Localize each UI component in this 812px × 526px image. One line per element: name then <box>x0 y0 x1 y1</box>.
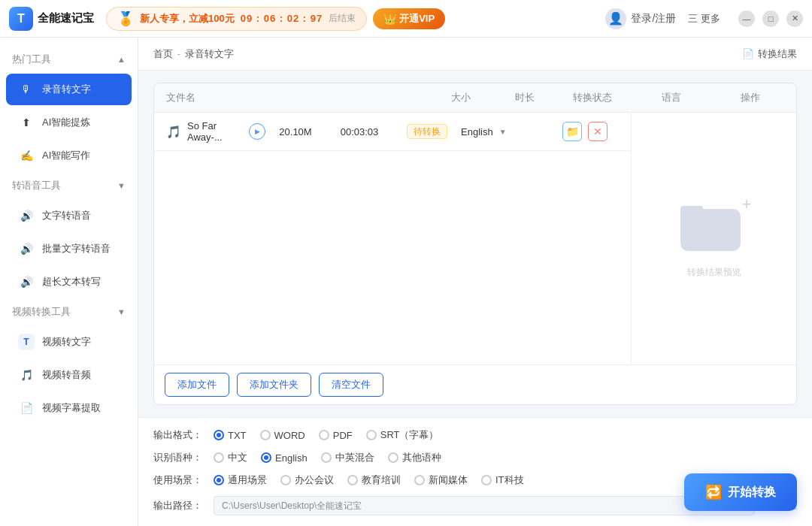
sidebar-item-video-subtitle[interactable]: 📄 视频字幕提取 <box>6 392 132 424</box>
vip-button[interactable]: 👑 开通VIP <box>373 8 445 29</box>
file-duration: 00:03:03 <box>326 126 393 138</box>
speech-tools-label: 转语音工具 <box>12 179 61 192</box>
sidebar: 热门工具 ▲ 🎙 录音转文字 ⬆ AI智能提炼 ✍ AI智能写作 转语音工具 ▼… <box>0 38 138 526</box>
add-file-button[interactable]: 添加文件 <box>165 373 229 397</box>
plus-icon: + <box>742 195 752 214</box>
result-label: 转换结果 <box>758 47 797 61</box>
preview-empty-text: 转换结果预览 <box>687 266 741 279</box>
format-pdf[interactable]: PDF <box>319 430 353 441</box>
sidebar-item-label: 录音转文字 <box>42 83 91 96</box>
language-value: English <box>461 126 493 138</box>
chevron-down-icon2: ▼ <box>117 307 126 316</box>
result-button[interactable]: 📄 转换结果 <box>742 47 797 61</box>
action-buttons: 📁 ✕ <box>551 122 619 141</box>
format-srt[interactable]: SRT（字幕） <box>366 428 439 442</box>
file-icon: 📄 <box>742 48 754 59</box>
file-list: 🎵 So Far Away-... ▶ 20.10M 00:03:03 待转换 <box>154 113 631 364</box>
hot-tools-label: 热门工具 <box>12 53 51 66</box>
sidebar-item-label: 超长文本转写 <box>42 275 101 289</box>
breadcrumb-home[interactable]: 首页 <box>153 48 173 59</box>
lang-english-label: English <box>275 452 308 464</box>
breadcrumb-current: 录音转文字 <box>185 48 234 59</box>
clear-files-button[interactable]: 清空文件 <box>319 373 383 397</box>
sidebar-item-long-text[interactable]: 🔊 超长文本转写 <box>6 266 132 298</box>
col-duration: 时长 <box>491 91 559 104</box>
sidebar-section-speech-tools[interactable]: 转语音工具 ▼ <box>0 173 138 198</box>
text-speech-icon: 🔊 <box>18 207 35 224</box>
start-convert-button[interactable]: 🔁 开始转换 <box>684 473 797 511</box>
scene-news[interactable]: 新闻媒体 <box>414 473 468 487</box>
lang-chinese[interactable]: 中文 <box>214 451 247 464</box>
window-controls: — □ ✕ <box>738 11 803 27</box>
app-name: 全能速记宝 <box>38 11 94 26</box>
lang-english[interactable]: English <box>261 452 308 464</box>
sidebar-item-label: 批量文字转语音 <box>42 242 111 255</box>
sidebar-section-video-tools[interactable]: 视频转换工具 ▼ <box>0 299 138 325</box>
format-label: 输出格式： <box>153 428 208 442</box>
sidebar-item-ai-refine[interactable]: ⬆ AI智能提炼 <box>6 107 132 138</box>
language-radio-group: 中文 English 中英混合 其他语种 <box>214 451 797 464</box>
play-button[interactable]: ▶ <box>249 123 265 140</box>
sidebar-item-label: 视频字幕提取 <box>42 401 101 415</box>
path-input[interactable] <box>214 496 755 515</box>
scene-it[interactable]: IT科技 <box>481 473 524 487</box>
folder-action-button[interactable]: 📁 <box>562 122 582 141</box>
col-status: 转换状态 <box>559 91 626 104</box>
file-area: 🎵 So Far Away-... ▶ 20.10M 00:03:03 待转换 <box>154 113 796 364</box>
titlebar: T 全能速记宝 🏅 新人专享，立减100元 09 : 06 : 02 : 97 … <box>0 0 812 38</box>
promo-banner[interactable]: 🏅 新人专享，立减100元 09 : 06 : 02 : 97 后结束 <box>106 7 367 31</box>
radio-txt-circle <box>214 430 224 440</box>
scene-office-label: 办公会议 <box>295 473 334 487</box>
video-tools-label: 视频转换工具 <box>12 305 71 319</box>
scene-it-label: IT科技 <box>495 473 524 487</box>
radio-word-circle <box>260 430 271 440</box>
lang-label: 识别语种： <box>153 451 208 464</box>
sidebar-item-label: AI智能写作 <box>42 149 90 162</box>
sidebar-section-hot-tools[interactable]: 热门工具 ▲ <box>0 47 138 72</box>
delete-action-button[interactable]: ✕ <box>588 122 607 141</box>
promo-icon: 🏅 <box>117 11 134 27</box>
start-icon: 🔁 <box>705 484 722 500</box>
sidebar-item-batch-text-speech[interactable]: 🔊 批量文字转语音 <box>6 233 132 265</box>
sidebar-item-recording-to-text[interactable]: 🎙 录音转文字 <box>6 74 132 105</box>
radio-news-circle <box>414 475 425 485</box>
scene-education[interactable]: 教育培训 <box>347 473 401 487</box>
format-radio-group: TXT WORD PDF SRT（字幕） <box>214 428 797 442</box>
file-table-header: 文件名 大小 时长 转换状态 语言 操作 <box>154 83 796 113</box>
lang-other[interactable]: 其他语种 <box>388 451 441 464</box>
sidebar-item-video-to-text[interactable]: T 视频转文字 <box>6 326 132 358</box>
col-action: 操作 <box>717 91 784 104</box>
sidebar-item-ai-writing[interactable]: ✍ AI智能写作 <box>6 140 132 171</box>
user-area[interactable]: 👤 登录/注册 <box>605 8 676 29</box>
long-text-icon: 🔊 <box>18 274 35 290</box>
format-row: 输出格式： TXT WORD PDF <box>153 428 797 442</box>
path-label: 输出路径： <box>153 499 208 512</box>
format-pdf-label: PDF <box>333 430 353 441</box>
chevron-up-icon: ▲ <box>117 55 126 64</box>
scene-general[interactable]: 通用场景 <box>214 473 267 487</box>
user-avatar: 👤 <box>605 8 626 29</box>
table-row: 🎵 So Far Away-... ▶ 20.10M 00:03:03 待转换 <box>154 113 631 151</box>
ai-refine-icon: ⬆ <box>18 114 35 131</box>
sidebar-item-text-to-speech[interactable]: 🔊 文字转语音 <box>6 200 132 231</box>
scene-office[interactable]: 办公会议 <box>280 473 334 487</box>
lang-mixed[interactable]: 中英混合 <box>321 451 374 464</box>
maximize-button[interactable]: □ <box>762 11 779 27</box>
logo-icon: T <box>9 7 33 31</box>
add-folder-button[interactable]: 添加文件夹 <box>237 373 311 397</box>
file-action-bar: 添加文件 添加文件夹 清空文件 <box>154 364 796 404</box>
format-word[interactable]: WORD <box>260 430 305 441</box>
sidebar-item-video-to-audio[interactable]: 🎵 视频转音频 <box>6 359 132 391</box>
lang-other-label: 其他语种 <box>402 451 441 464</box>
folder-body <box>680 209 741 251</box>
format-txt[interactable]: TXT <box>214 430 247 441</box>
minimize-button[interactable]: — <box>738 11 755 27</box>
more-button[interactable]: 三 更多 <box>688 12 720 26</box>
radio-pdf-circle <box>319 430 329 440</box>
user-login-label[interactable]: 登录/注册 <box>631 12 676 26</box>
close-button[interactable]: ✕ <box>786 11 803 27</box>
language-select[interactable]: English ▼ <box>461 126 551 138</box>
video-audio-icon: 🎵 <box>18 367 35 383</box>
sidebar-item-label: 文字转语音 <box>42 209 91 222</box>
sidebar-item-label: 视频转音频 <box>42 368 91 382</box>
